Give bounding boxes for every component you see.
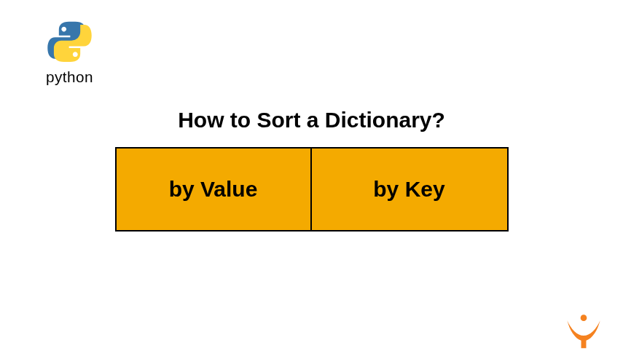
option-label: by Value bbox=[169, 177, 258, 202]
svg-point-0 bbox=[581, 314, 587, 321]
option-label: by Key bbox=[373, 177, 444, 202]
option-by-value: by Value bbox=[117, 149, 312, 230]
page-title: How to Sort a Dictionary? bbox=[0, 108, 623, 132]
options-container: by Value by Key bbox=[115, 147, 509, 232]
brand-logo-icon bbox=[565, 312, 603, 349]
python-logo: python bbox=[35, 20, 104, 90]
python-logo-text: python bbox=[46, 68, 93, 85]
option-by-key: by Key bbox=[312, 149, 507, 230]
